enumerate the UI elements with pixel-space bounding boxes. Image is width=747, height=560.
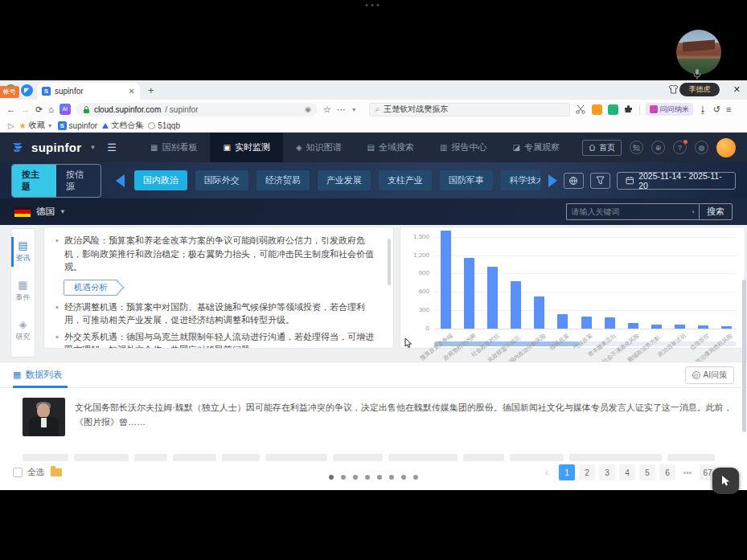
compass-icon[interactable]: ⊕: [651, 141, 665, 154]
menu-icon[interactable]: ≡: [726, 104, 731, 114]
bookmark-docs[interactable]: 文档合集: [102, 120, 143, 131]
screenshot-scissors-icon[interactable]: [576, 104, 586, 114]
gridline: [434, 310, 737, 311]
funnel-filter-button[interactable]: [590, 173, 610, 189]
topic-chip-产业发展[interactable]: 产业发展: [318, 170, 371, 190]
back-icon[interactable]: ←: [6, 104, 15, 114]
nav-item-专属观察[interactable]: ◪专属观察: [500, 133, 573, 162]
date-range-picker[interactable]: 2025-11-14 - 2025-11-20: [617, 172, 736, 190]
bar-政治僵局危机风险: [721, 326, 732, 329]
carousel-dot[interactable]: [365, 475, 370, 480]
news-list-item[interactable]: 文化国务部长沃尔夫拉姆·魏默（独立人士）因可能存在利益冲突的争议，决定出售他在魏…: [23, 398, 734, 436]
logo-caret-icon[interactable]: ▼: [89, 144, 96, 151]
bookmark-favorites[interactable]: ★收藏▼: [19, 120, 53, 131]
tag-chip-placeholder: [74, 454, 129, 461]
reader-mode-icon[interactable]: ◉: [305, 105, 311, 113]
user-avatar[interactable]: [716, 138, 736, 157]
home-icon[interactable]: ⌂: [48, 104, 54, 114]
rail-item-资讯[interactable]: ▤资讯: [11, 234, 35, 273]
carousel-dots[interactable]: [0, 475, 747, 480]
scroll-left-icon[interactable]: [116, 174, 125, 187]
page-scrollbar[interactable]: [742, 280, 746, 432]
annotation-tool-button[interactable]: [712, 468, 739, 494]
nav-item-icon: ▣: [223, 143, 230, 152]
news-text[interactable]: 文化国务部长沃尔夫拉姆·魏默（独立人士）因可能存在利益冲突的争议，决定出售他在魏…: [75, 398, 734, 436]
nav-item-全域搜索[interactable]: ▤全域搜索: [355, 133, 427, 162]
ai-assistant-icon[interactable]: AI: [60, 104, 71, 115]
browser-tab[interactable]: S supinfor ✕: [37, 83, 140, 100]
extension-green-icon[interactable]: [608, 104, 618, 115]
undo-icon[interactable]: ↺: [713, 104, 720, 115]
home-button[interactable]: 首页: [582, 140, 622, 156]
browser-profile-name[interactable]: 李德虎: [679, 83, 720, 96]
keyword-help-icon[interactable]: ◔: [687, 203, 699, 220]
download-icon[interactable]: ⭳: [699, 104, 708, 114]
meeting-menu-dots[interactable]: •••: [0, 0, 747, 10]
microphone-muted-icon[interactable]: [692, 69, 702, 80]
account-badge[interactable]: 帐号: [0, 86, 19, 98]
tab-data-list[interactable]: ▦数据列表: [13, 369, 62, 381]
browser-skin-icon[interactable]: [668, 84, 679, 94]
bookmark-51qqb[interactable]: 51qqb: [148, 121, 180, 130]
topic-chip-科学技术[interactable]: 科学技术: [501, 170, 540, 190]
extension-orange-icon[interactable]: [592, 104, 602, 115]
extensions-puzzle-icon[interactable]: [624, 104, 634, 114]
globe-icon[interactable]: ◍: [695, 141, 708, 154]
carousel-dot[interactable]: [353, 475, 358, 480]
topic-chip-国际外交[interactable]: 国际外交: [195, 170, 248, 190]
knowledge-icon[interactable]: 知: [630, 141, 643, 154]
scroll-right-icon[interactable]: [548, 174, 557, 187]
carousel-dot[interactable]: [389, 475, 394, 480]
app-menu-icon[interactable]: ☰: [107, 141, 117, 153]
y-axis-tick: 0: [400, 325, 429, 332]
rail-item-研究[interactable]: ◈研究: [11, 313, 35, 352]
topic-chip-支柱产业[interactable]: 支柱产业: [379, 170, 432, 190]
sidebar-toggle-icon[interactable]: ▷: [8, 121, 14, 130]
nav-item-实时监测[interactable]: ▣实时监测: [210, 133, 282, 162]
url-bar[interactable]: cloud.supinfor.com / supinfor ◉: [76, 103, 318, 116]
opportunity-tag: 机遇分析: [64, 280, 118, 296]
ai-ask-button[interactable]: ΘAI问策: [685, 366, 734, 384]
nav-item-国别看板[interactable]: ▦国别看板: [137, 133, 210, 162]
messenger-icon[interactable]: ◤: [21, 84, 33, 96]
search-button[interactable]: 搜索: [699, 203, 733, 220]
browser-addressbar: ← → ⟳ ⌂ AI cloud.supinfor.com / supinfor…: [0, 100, 747, 119]
carousel-dot[interactable]: [341, 475, 346, 480]
participant-video-avatar[interactable]: [676, 30, 721, 75]
rail-item-事件[interactable]: ▦事件: [11, 273, 35, 313]
new-tab-button[interactable]: +: [148, 84, 154, 96]
help-icon[interactable]: ?: [673, 141, 687, 154]
topic-chip-经济贸易[interactable]: 经济贸易: [257, 170, 310, 190]
forward-icon[interactable]: →: [21, 104, 30, 114]
nav-item-icon: ▤: [367, 143, 375, 152]
nav-item-报告中心[interactable]: ▥报告中心: [427, 133, 499, 162]
carousel-dot[interactable]: [377, 475, 382, 480]
topic-chip-国内政治[interactable]: 国内政治: [134, 170, 187, 190]
globe-filter-button[interactable]: [564, 173, 584, 189]
carousel-dot[interactable]: [413, 475, 418, 480]
tab-close-icon[interactable]: ✕: [129, 87, 135, 96]
nav-item-知识图谱[interactable]: ◈知识图谱: [283, 133, 355, 162]
mode-tab-按信源[interactable]: 按信源: [56, 165, 101, 197]
reload-icon[interactable]: ⟳: [35, 104, 43, 115]
country-selector[interactable]: 德国: [36, 206, 55, 218]
rail-item-icon: ▤: [11, 239, 35, 251]
mode-tab-按主题[interactable]: 按主题: [12, 165, 56, 197]
topic-chip-国防军事[interactable]: 国防军事: [440, 170, 493, 190]
carousel-dot[interactable]: [401, 475, 406, 480]
app-logo-text[interactable]: supinfor: [31, 141, 81, 154]
chevron-down-icon[interactable]: ▼: [351, 107, 357, 112]
rail-item-label: 研究: [11, 332, 35, 342]
bookmark-star-icon[interactable]: ☆: [323, 104, 331, 115]
chevron-down-icon[interactable]: ▼: [60, 208, 66, 215]
window-close-button[interactable]: ✕: [733, 84, 741, 95]
url-path: / supinfor: [165, 105, 198, 114]
quick-search-box[interactable]: ⌕ 王楚钦对战樊振东: [369, 103, 570, 116]
keyword-input[interactable]: [566, 203, 687, 220]
bookmark-supinfor[interactable]: Ssupinfor: [58, 121, 98, 130]
more-icon[interactable]: ⋯: [337, 104, 346, 115]
app-navbar: supinfor ▼ ☰ ▦国别看板▣实时监测◈知识图谱▤全域搜索▥报告中心◪专…: [0, 133, 747, 162]
nano-ai-button[interactable]: 问问纳米: [646, 103, 693, 116]
card-scrollbar[interactable]: [388, 239, 391, 285]
carousel-dot[interactable]: [329, 475, 334, 480]
